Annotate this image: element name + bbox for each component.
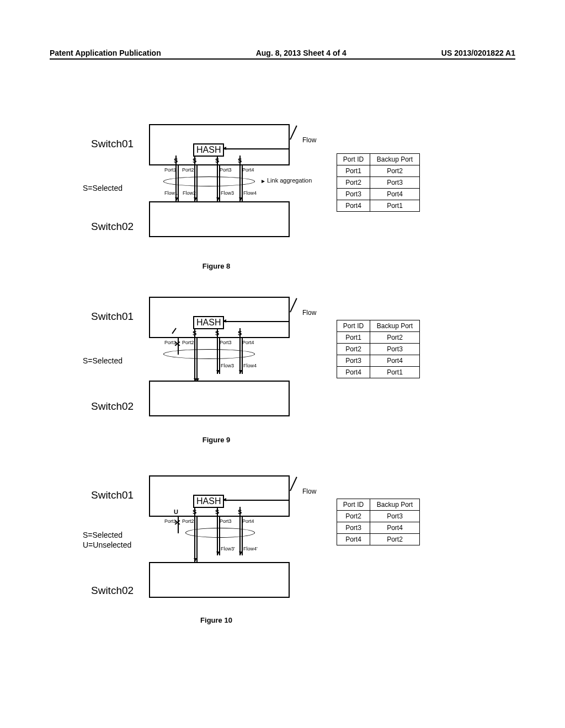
- link-agg-label: Link aggregation: [267, 177, 312, 184]
- figure-caption: Figure 8: [0, 262, 499, 270]
- selected-legend: S=Selected: [83, 184, 122, 192]
- state-s: S: [193, 508, 196, 515]
- figure-caption: Figure 9: [0, 436, 499, 444]
- flow-annotation: Flow: [302, 136, 316, 144]
- state-s: S: [215, 508, 219, 515]
- selected-legend: S=Selected: [83, 356, 122, 365]
- table-row: Port IDBackup Port: [337, 499, 420, 511]
- switch02-box: [149, 381, 290, 416]
- state-s: S: [215, 330, 219, 336]
- switch01-label: Switch01: [91, 138, 134, 150]
- switch01-label: Switch01: [91, 311, 134, 323]
- flow-label: Flow3: [221, 363, 234, 368]
- hash-box: HASH: [193, 143, 224, 157]
- port-label: Port2: [182, 518, 194, 524]
- hash-box: HASH: [193, 495, 224, 508]
- state-s: S: [215, 157, 219, 164]
- link-agg-ellipse: [163, 176, 255, 186]
- link-agg-ellipse: [163, 349, 255, 359]
- port-label: Port3: [220, 167, 232, 173]
- flow-annotation: Flow: [302, 488, 316, 495]
- arrow-down-icon: [239, 370, 242, 373]
- arrow-down-icon: [239, 197, 242, 201]
- state-s: S: [238, 157, 242, 164]
- port-label: Port3: [220, 340, 232, 345]
- table-row: Port3Port4: [337, 189, 420, 200]
- port-label: Port4: [242, 340, 254, 345]
- header-rule: [50, 58, 515, 60]
- th-portid: Port ID: [337, 320, 370, 332]
- arrow-left-icon: [223, 147, 226, 150]
- arrow-down-icon: [194, 558, 197, 561]
- arrow-down-icon: [175, 197, 178, 201]
- table-row: Port1Port2: [337, 332, 420, 344]
- th-backup: Backup Port: [370, 499, 420, 511]
- th-portid: Port ID: [337, 499, 370, 511]
- header-center: Aug. 8, 2013 Sheet 4 of 4: [256, 49, 347, 57]
- unselected-legend: U=Unselected: [83, 540, 131, 549]
- switch02-label: Switch02: [91, 221, 134, 233]
- flow-leader: [223, 321, 290, 322]
- state-s: S: [193, 330, 196, 336]
- th-portid: Port ID: [337, 154, 370, 165]
- table-row: Port3Port4: [337, 355, 420, 367]
- backup-port-table: Port IDBackup Port Port1Port2 Port2Port3…: [337, 153, 420, 212]
- port-label: Port4: [242, 518, 254, 524]
- switch02-label: Switch02: [91, 400, 134, 413]
- port-label: Port1: [164, 167, 177, 173]
- flow-annotation: Flow: [302, 309, 316, 317]
- arrow-down-icon: [194, 197, 197, 201]
- table-row: Port2Port3: [337, 177, 420, 189]
- backup-port-table: Port IDBackup Port Port1Port2 Port2Port3…: [337, 320, 420, 378]
- port-label: Port2: [182, 167, 194, 173]
- state-s: S: [238, 330, 242, 336]
- switch02-label: Switch02: [91, 585, 134, 597]
- flow-label: Flow2: [183, 190, 196, 196]
- flow-leader: [223, 148, 290, 149]
- state-s: S: [174, 157, 178, 164]
- port-line: [196, 338, 198, 382]
- arrow-down-icon: [239, 552, 242, 555]
- arrow-down-icon: [216, 370, 220, 373]
- port-line: [194, 517, 195, 562]
- x-mark-icon: ✕: [174, 340, 181, 348]
- table-row: Port3Port4: [337, 522, 420, 534]
- table-row: Port IDBackup Port: [337, 320, 420, 332]
- switch02-box: [149, 201, 290, 237]
- switch02-box: [149, 562, 290, 598]
- table-row: Port1Port2: [337, 165, 420, 177]
- flow-label: Flow3': [221, 546, 235, 552]
- page-header: Patent Application Publication Aug. 8, 2…: [50, 49, 515, 57]
- flow-leader-diag: [290, 298, 297, 312]
- switch01-label: Switch01: [91, 489, 134, 501]
- figure-caption: Figure 10: [0, 616, 499, 624]
- arrow-right-icon: [262, 180, 265, 183]
- flow-label: Flow4: [243, 190, 257, 196]
- port-label: Port2: [182, 340, 194, 345]
- flow-label: Flow3: [221, 190, 234, 196]
- flow-label: Flow1: [164, 190, 178, 196]
- hash-box: HASH: [193, 316, 224, 329]
- th-backup: Backup Port: [370, 320, 420, 332]
- port-label: Port3: [220, 518, 232, 524]
- table-row: Port4Port1: [337, 367, 420, 378]
- table-row: Port2Port3: [337, 511, 420, 522]
- flow-leader: [223, 500, 290, 501]
- flow-label: Flow4: [243, 363, 257, 368]
- port-label: Port4: [242, 167, 254, 173]
- state-s: S: [238, 508, 242, 515]
- state-s: S: [193, 157, 196, 164]
- flow-leader-diag: [290, 125, 297, 140]
- arrow-down-icon: [216, 197, 220, 201]
- arrow-down-icon: [216, 552, 220, 555]
- port-line: [196, 517, 198, 562]
- flow-leader-diag: [290, 477, 297, 491]
- table-row: Port2Port3: [337, 344, 420, 355]
- header-left: Patent Application Publication: [50, 49, 161, 57]
- th-backup: Backup Port: [370, 154, 420, 165]
- backup-port-table: Port IDBackup Port Port2Port3 Port3Port4…: [337, 499, 420, 545]
- arrow-left-icon: [223, 319, 226, 323]
- arrow-left-icon: [223, 498, 226, 501]
- table-row: Port IDBackup Port: [337, 154, 420, 165]
- table-row: Port4Port2: [337, 534, 420, 545]
